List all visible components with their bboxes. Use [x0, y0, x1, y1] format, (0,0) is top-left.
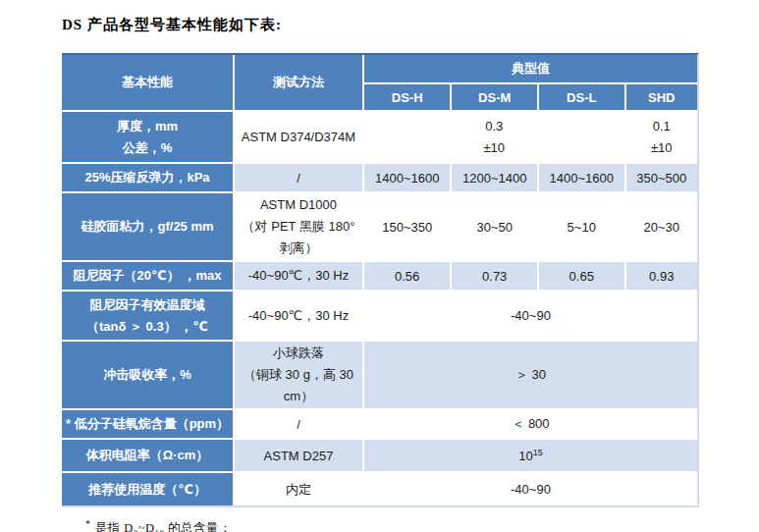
row-recommended-temp: 推荐使用温度（℃） 内定 -40~90 [62, 473, 697, 505]
property-cell: 阻尼因子有效温度域 （tanδ ＞ 0.3） ，℃ [62, 292, 235, 342]
value-line: 0.3 [366, 116, 623, 137]
row-adhesion: 硅胶面粘力，gf/25 mm ASTM D1000 （对 PET 黑膜 180°… [62, 193, 697, 262]
footnote-text: 是指 D [95, 521, 134, 532]
method-cell: / [235, 164, 364, 193]
method-cell: ASTM D374/D374M [235, 112, 364, 164]
value-cell-merged: 0.3 ±10 [364, 112, 626, 164]
value-line: ±10 [366, 137, 623, 159]
value-cell: 0.65 [539, 262, 626, 292]
header-model-dsm: DS-M [452, 84, 539, 112]
method-cell: ASTM D1000 （对 PET 黑膜 180°剥离） [235, 193, 364, 262]
method-cell: / [235, 410, 364, 440]
value-cell: 20~30 [626, 193, 697, 262]
property-cell: 硅胶面粘力，gf/25 mm [62, 193, 235, 262]
property-line: 公差，% [64, 137, 231, 159]
method-cell: -40~90℃，30 Hz [235, 292, 364, 342]
value-cell-merged: 1015 [364, 440, 697, 473]
value-cell: 0.56 [364, 262, 453, 292]
footnote-subscript: 10 [154, 528, 164, 532]
row-rebound: 25%压缩反弹力，kPa / 1400~1600 1200~1400 1400~… [62, 164, 697, 193]
row-volume-resistivity: 体积电阻率（Ω·cm） ASTM D257 1015 [62, 440, 697, 473]
property-line: （tanδ ＞ 0.3） ，℃ [64, 316, 231, 338]
method-cell: 内定 [235, 473, 364, 505]
value-line: 0.1 [628, 116, 695, 137]
method-line: ASTM D1000 [237, 194, 360, 216]
document-page: DS 产品各型号基本性能如下表: 基本性能 测试方法 典型值 DS-H DS-M… [62, 0, 710, 532]
header-model-dsl: DS-L [539, 84, 626, 112]
property-cell: 体积电阻率（Ω·cm） [62, 440, 235, 473]
spec-table-frame: 基本性能 测试方法 典型值 DS-H DS-M DS-L SHD 厚度，mm 公… [62, 53, 699, 507]
method-cell: ASTM D257 [235, 440, 364, 473]
resistivity-exponent: 15 [533, 447, 543, 456]
header-basic-performance: 基本性能 [62, 55, 235, 112]
value-cell: 1200~1400 [452, 164, 539, 193]
header-test-method: 测试方法 [235, 55, 364, 112]
spec-table: 基本性能 测试方法 典型值 DS-H DS-M DS-L SHD 厚度，mm 公… [62, 55, 697, 505]
header-typical-value: 典型值 [364, 55, 697, 84]
footnote-asterisk: * [85, 518, 91, 529]
property-line: 阻尼因子有效温度域 [64, 294, 231, 316]
property-cell: 厚度，mm 公差，% [62, 112, 235, 164]
value-cell: 0.93 [626, 262, 697, 292]
value-cell: 150~350 [364, 193, 453, 262]
row-siloxane-content: * 低分子硅氧烷含量（ppm） / ＜ 800 [62, 410, 697, 440]
footnote-text: ~D [138, 521, 155, 532]
method-cell: -40~90℃，30 Hz [235, 262, 364, 292]
resistivity-base: 10 [518, 449, 532, 463]
row-impact-absorption: 冲击吸收率，% 小球跌落 （铜球 30 g，高 30 cm） ＞ 30 [62, 342, 697, 410]
value-cell: 30~50 [452, 193, 539, 262]
value-cell: 5~10 [539, 193, 626, 262]
value-cell: 1400~1600 [364, 164, 453, 193]
property-line: 厚度，mm [64, 116, 231, 137]
value-cell-merged: -40~90 [364, 292, 697, 342]
value-cell-merged: ＞ 30 [364, 342, 697, 410]
method-cell: 小球跌落 （铜球 30 g，高 30 cm） [235, 342, 364, 410]
footnotes: *是指 D3~D10 的总含量； 注：其他厚度和粘度材料可联系广迈个性化定制。 [62, 518, 710, 532]
header-model-dsh: DS-H [364, 84, 453, 112]
value-cell-shd: 0.1 ±10 [626, 112, 697, 164]
value-cell: 0.73 [452, 262, 539, 292]
method-line: （铜球 30 g，高 30 cm） [237, 364, 360, 407]
value-line: ±10 [628, 137, 695, 159]
row-thickness: 厚度，mm 公差，% ASTM D374/D374M 0.3 ±10 0.1 ±… [62, 112, 697, 164]
value-cell: 1400~1600 [539, 164, 626, 193]
header-model-shd: SHD [626, 84, 697, 112]
footnote-siloxane: *是指 D3~D10 的总含量； [85, 518, 710, 532]
property-cell: 25%压缩反弹力，kPa [62, 164, 235, 193]
property-cell: 阻尼因子（20℃） ，max [62, 262, 235, 292]
method-line: （对 PET 黑膜 180°剥离） [237, 216, 360, 259]
method-line: 小球跌落 [237, 343, 360, 364]
row-damping-temp-range: 阻尼因子有效温度域 （tanδ ＞ 0.3） ，℃ -40~90℃，30 Hz … [62, 292, 697, 342]
property-cell: 推荐使用温度（℃） [62, 473, 235, 505]
header-row-group: 基本性能 测试方法 典型值 [62, 55, 697, 84]
value-cell: 350~500 [626, 164, 697, 193]
value-cell-merged: ＜ 800 [364, 410, 697, 440]
footnote-text: 的总含量； [164, 521, 232, 532]
page-title: DS 产品各型号基本性能如下表: [62, 16, 710, 34]
row-damping-factor: 阻尼因子（20℃） ，max -40~90℃，30 Hz 0.56 0.73 0… [62, 262, 697, 292]
value-cell-merged: -40~90 [364, 473, 697, 505]
property-cell: 冲击吸收率，% [62, 342, 235, 410]
property-cell: * 低分子硅氧烷含量（ppm） [62, 410, 235, 440]
